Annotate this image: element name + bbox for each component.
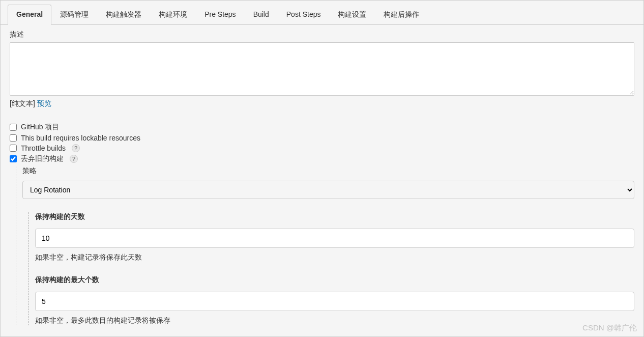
- github-project-checkbox[interactable]: [10, 124, 17, 131]
- help-icon[interactable]: ?: [72, 144, 80, 152]
- discard-old-builds-label[interactable]: 丢弃旧的构建: [21, 154, 64, 163]
- tab-pre-steps[interactable]: Pre Steps: [196, 5, 244, 24]
- tab-build-environment[interactable]: 构建环境: [150, 5, 196, 24]
- lockable-resources-label[interactable]: This build requires lockable resources: [21, 134, 140, 142]
- strategy-label: 策略: [22, 166, 634, 176]
- discard-old-builds-section: 策略 Log Rotation 保持构建的天数 如果非空，构建记录将保存此天数 …: [16, 166, 634, 325]
- github-project-label[interactable]: GitHub 项目: [21, 123, 59, 132]
- tab-build-triggers[interactable]: 构建触发器: [97, 5, 150, 24]
- checkbox-list: GitHub 项目 This build requires lockable r…: [10, 123, 634, 163]
- max-to-keep-hint: 如果非空，最多此数目的构建记录将被保存: [35, 316, 634, 325]
- days-to-keep-input[interactable]: [35, 229, 634, 248]
- plain-text-label: [纯文本]: [10, 99, 37, 107]
- tab-content-general: 描述 [纯文本] 预览 GitHub 项目 This build require…: [1, 25, 643, 325]
- description-textarea[interactable]: [10, 42, 634, 96]
- tab-post-steps[interactable]: Post Steps: [278, 5, 330, 24]
- throttle-builds-checkbox[interactable]: [10, 145, 17, 152]
- help-icon[interactable]: ?: [70, 155, 78, 163]
- strategy-select[interactable]: Log Rotation: [22, 181, 634, 199]
- lockable-resources-checkbox[interactable]: [10, 134, 17, 142]
- description-format-row: [纯文本] 预览: [10, 99, 634, 108]
- max-to-keep-title: 保持构建的最大个数: [35, 275, 634, 285]
- tab-source-code[interactable]: 源码管理: [51, 5, 97, 24]
- days-to-keep-hint: 如果非空，构建记录将保存此天数: [35, 253, 634, 262]
- description-label: 描述: [10, 30, 634, 39]
- max-to-keep-input[interactable]: [35, 292, 634, 311]
- log-rotation-section: 保持构建的天数 如果非空，构建记录将保存此天数 保持构建的最大个数 如果非空，最…: [28, 212, 634, 325]
- discard-old-builds-checkbox[interactable]: [10, 155, 17, 162]
- days-to-keep-title: 保持构建的天数: [35, 212, 634, 221]
- days-to-keep-block: 保持构建的天数 如果非空，构建记录将保存此天数: [35, 212, 634, 262]
- tab-general[interactable]: General: [8, 5, 51, 25]
- tab-post-build-actions[interactable]: 构建后操作: [375, 5, 428, 24]
- config-tabs: General 源码管理 构建触发器 构建环境 Pre Steps Build …: [1, 5, 643, 25]
- preview-link[interactable]: 预览: [37, 99, 51, 107]
- tab-build-settings[interactable]: 构建设置: [329, 5, 375, 24]
- max-to-keep-block: 保持构建的最大个数 如果非空，最多此数目的构建记录将被保存: [35, 275, 634, 325]
- throttle-builds-label[interactable]: Throttle builds: [21, 144, 66, 152]
- tab-build[interactable]: Build: [245, 5, 278, 24]
